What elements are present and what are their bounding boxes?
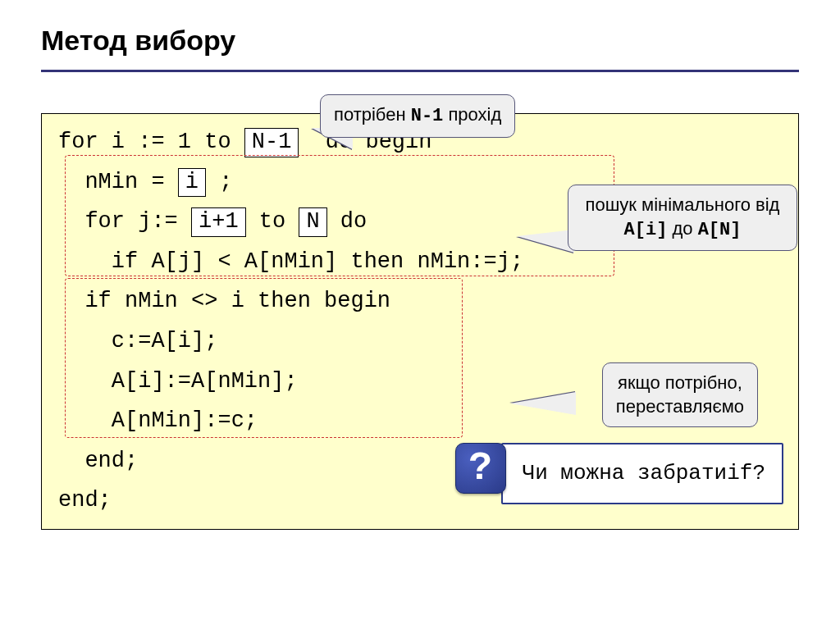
callout-top-pre: потрібен: [334, 104, 411, 125]
code-line-5: if nMin <> i then begin: [58, 281, 782, 321]
question-mono: if: [727, 454, 752, 493]
callout-swap-l1: якщо потрібно,: [616, 371, 744, 395]
callout-search-l1: пошук мінімального від: [582, 194, 783, 217]
page-title: Метод вибору: [41, 25, 799, 63]
hl-i: i: [178, 168, 206, 198]
callout-search: пошук мінімального від A[i] до A[N]: [568, 185, 797, 251]
callout-top: потрібен N-1 прохід: [320, 94, 515, 138]
hl-iplus1: i+1: [191, 207, 246, 237]
hl-n: N: [299, 207, 326, 237]
callout-swap-pointer: [510, 392, 576, 415]
callout-swap: якщо потрібно, переставляємо: [602, 362, 758, 427]
callout-top-post: прохід: [443, 104, 501, 125]
callout-swap-l2: переставляємо: [616, 395, 744, 419]
question-box: Чи можна забрати if ?: [501, 443, 783, 504]
hl-nminus1: N-1: [244, 128, 299, 157]
question-icon: ?: [455, 443, 506, 494]
slide: Метод вибору потрібен N-1 прохід for i :…: [0, 0, 840, 629]
code-box: for i := 1 to N-1 do begin nMin = i ; fo…: [41, 113, 799, 530]
question-bar: ? Чи можна забрати if ?: [455, 443, 783, 504]
callout-search-pointer: [517, 230, 574, 253]
title-rule: [41, 70, 799, 72]
question-post: ?: [752, 454, 765, 493]
question-pre: Чи можна забрати: [523, 454, 728, 493]
callout-search-l2: A[i] до A[N]: [582, 217, 783, 243]
code-line-6: c:=A[i];: [58, 321, 782, 362]
callout-top-mono: N-1: [411, 106, 444, 126]
